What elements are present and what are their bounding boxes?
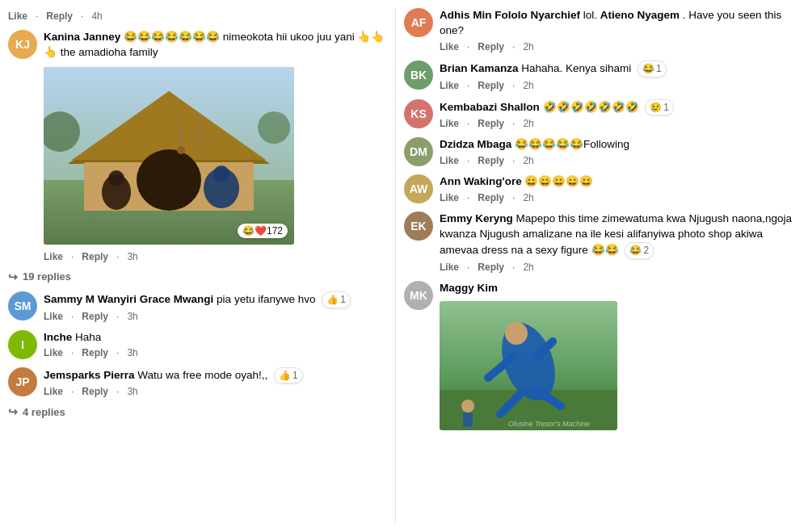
time-ann: 2h: [523, 192, 533, 203]
reaction-brian: 😂 1: [638, 61, 667, 77]
avatar-inche: I: [8, 330, 37, 359]
like-brian[interactable]: Like: [440, 80, 459, 91]
time-sammy: 3h: [127, 311, 137, 322]
avatar-sammy: SM: [8, 291, 37, 320]
like-dzidza[interactable]: Like: [440, 155, 459, 166]
time-dzidza: 2h: [523, 155, 533, 166]
like-jems[interactable]: Like: [44, 386, 63, 397]
reply-kanina[interactable]: Reply: [82, 251, 108, 262]
author-maggy[interactable]: Maggy Kim: [440, 282, 498, 294]
time-adhis: 2h: [523, 41, 533, 52]
time-emmy: 2h: [523, 262, 533, 273]
avatar-maggy: MK: [404, 281, 433, 310]
comment-sammy-text: pia yetu ifanywe hvo: [217, 293, 315, 305]
avatar-emmy: EK: [404, 212, 433, 241]
avatar-kembabazi: KS: [404, 99, 433, 128]
reply-brian[interactable]: Reply: [478, 80, 504, 91]
comment-sammy: SM Sammy M Wanyiri Grace Mwangi pia yetu…: [8, 291, 387, 322]
avatar-dzidza: DM: [404, 137, 433, 166]
avatar-ann: AW: [404, 174, 433, 203]
time-brian: 2h: [523, 80, 533, 91]
comment-inche: I Inche Haha Like · Reply · 3h: [8, 330, 387, 359]
top-time: 4h: [91, 10, 102, 22]
replies-kanina-text: 19 replies: [23, 270, 71, 283]
avatar-jems: JP: [8, 367, 37, 396]
image-reactions: 😂❤️ 172: [238, 224, 288, 238]
like-emmy[interactable]: Like: [440, 262, 459, 273]
comment-brian-text: Hahaha. Kenya sihami: [521, 62, 631, 74]
author-kembabazi[interactable]: Kembabazi Shallon: [440, 101, 543, 113]
like-kembabazi[interactable]: Like: [440, 118, 459, 129]
avatar-adhis: AF: [404, 8, 433, 37]
reply-dzidza[interactable]: Reply: [478, 155, 504, 166]
author-adhis[interactable]: Adhis Min Fololo Nyarchief: [440, 9, 583, 21]
comment-ann-text: 😄😄😄😄😄: [524, 175, 593, 187]
svg-rect-24: [463, 413, 473, 427]
comment-emmy: EK Emmy Keryng Mapepo this time zimewatu…: [404, 212, 800, 273]
time-inche: 3h: [127, 347, 137, 358]
hut-image: 😂❤️ 172: [44, 67, 294, 245]
reply-jems[interactable]: Reply: [82, 386, 108, 397]
reaction-count-172: 172: [267, 225, 283, 237]
svg-point-12: [177, 146, 185, 154]
comment-kanina: KJ Kanina Janney 😂😂😂😂😂😂😂 nimeokota hii u…: [8, 30, 387, 283]
reply-inche[interactable]: Reply: [82, 347, 108, 358]
author-brian[interactable]: Brian Kamanza: [440, 62, 521, 74]
author-ann[interactable]: Ann Waking'ore: [440, 175, 524, 187]
like-kanina[interactable]: Like: [44, 251, 63, 262]
comment-jems-text: Watu wa free mode oyah!,,: [137, 369, 267, 381]
svg-point-9: [213, 165, 229, 182]
comment-jems: JP Jemsparks Pierra Watu wa free mode oy…: [8, 367, 387, 419]
reply-emmy[interactable]: Reply: [478, 262, 504, 273]
left-panel: Like · Reply · 4h KJ Kanina Janney 😂😂😂😂😂…: [0, 8, 396, 524]
comment-kembabazi-text: 🤣🤣🤣🤣🤣🤣🤣: [543, 101, 639, 113]
author-sammy[interactable]: Sammy M Wanyiri: [44, 293, 140, 305]
comment-dzidza-text: 😂😂😂😂😂Following: [515, 138, 629, 150]
svg-point-23: [461, 400, 474, 413]
reaction-jems: 👍 1: [274, 367, 303, 384]
like-sammy[interactable]: Like: [44, 311, 63, 322]
replies-jems-text: 4 replies: [23, 406, 65, 418]
comment-kembabazi: KS Kembabazi Shallon 🤣🤣🤣🤣🤣🤣🤣 😢 1: [404, 99, 800, 130]
comment-dzidza: DM Dzidza Mbaga 😂😂😂😂😂Following Like · Re…: [404, 137, 800, 166]
svg-point-7: [108, 170, 124, 186]
replies-jems[interactable]: ↪ 4 replies: [8, 405, 387, 418]
reaction-emmy: 😂 2: [625, 242, 654, 259]
top-reply-link[interactable]: Reply: [46, 10, 73, 22]
svg-point-18: [505, 322, 528, 345]
reply-adhis[interactable]: Reply: [478, 41, 504, 52]
linked-grace[interactable]: Grace Mwangi: [140, 293, 214, 305]
top-like-link[interactable]: Like: [8, 10, 27, 22]
avatar-brian: BK: [404, 61, 433, 90]
comment-maggy: MK Maggy Kim: [404, 281, 800, 430]
comment-ann: AW Ann Waking'ore 😄😄😄😄😄 Like · Reply ·: [404, 174, 800, 203]
reaction-sammy: 👍 1: [322, 291, 351, 308]
author-jems[interactable]: Jemsparks Pierra: [44, 369, 137, 381]
time-kembabazi: 2h: [523, 118, 533, 129]
comment-adhis: AF Adhis Min Fololo Nyarchief lol. Atien…: [404, 8, 800, 52]
linked-atieno[interactable]: Atieno Nyagem: [600, 9, 680, 21]
reply-kembabazi[interactable]: Reply: [478, 118, 504, 129]
adhis-text-normal: lol.: [583, 9, 600, 21]
reply-ann[interactable]: Reply: [478, 192, 504, 203]
right-panel: AF Adhis Min Fololo Nyarchief lol. Atien…: [396, 8, 808, 524]
svg-text:Olusine Tresor's Machine: Olusine Tresor's Machine: [508, 420, 590, 428]
svg-point-14: [258, 111, 290, 144]
maggy-image: Olusine Tresor's Machine: [440, 301, 617, 430]
author-inche[interactable]: Inche: [44, 331, 75, 343]
author-dzidza[interactable]: Dzidza Mbaga: [440, 138, 515, 150]
comment-brian: BK Brian Kamanza Hahaha. Kenya sihami 😂 …: [404, 61, 800, 91]
time-jems: 3h: [127, 386, 137, 397]
top-meta-row: Like · Reply · 4h: [8, 10, 387, 22]
avatar-kanina: KJ: [8, 30, 37, 59]
author-kanina[interactable]: Kanina Janney: [44, 31, 124, 43]
like-adhis[interactable]: Like: [440, 41, 459, 52]
like-inche[interactable]: Like: [44, 347, 63, 358]
comment-inche-text: Haha: [75, 331, 101, 343]
reaction-kembabazi: 😢 1: [645, 99, 674, 116]
reply-sammy[interactable]: Reply: [82, 311, 108, 322]
svg-point-5: [137, 149, 201, 211]
author-emmy[interactable]: Emmy Keryng: [440, 212, 516, 224]
replies-kanina[interactable]: ↪ 19 replies: [8, 270, 387, 283]
like-ann[interactable]: Like: [440, 192, 459, 203]
